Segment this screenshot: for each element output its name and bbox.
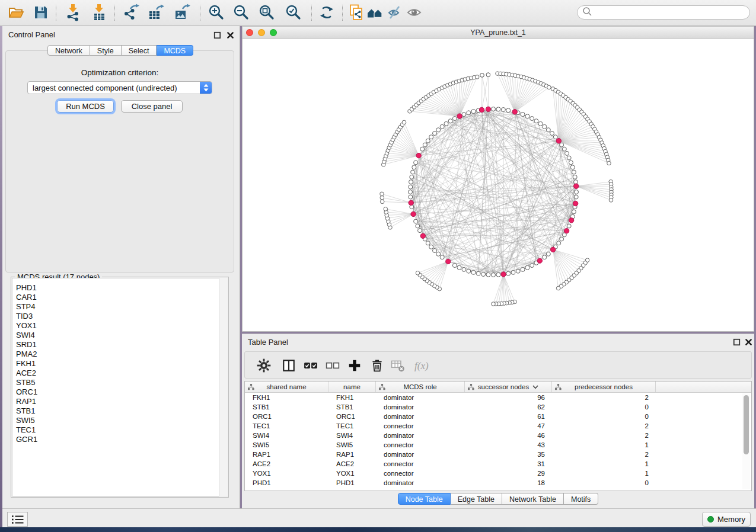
table-row[interactable]: TEC1TEC1connector472: [245, 421, 751, 431]
mcds-result-item[interactable]: RAP1: [16, 397, 227, 406]
network-graph-canvas[interactable]: [242, 39, 754, 332]
save-session-icon[interactable]: [32, 4, 50, 21]
table-cell[interactable]: 2: [552, 432, 656, 439]
tab-style[interactable]: Style: [90, 45, 122, 56]
table-cell[interactable]: YOX1: [245, 470, 328, 477]
table-cell[interactable]: 46: [465, 432, 552, 439]
table-row[interactable]: SWI5SWI5connector431: [245, 440, 751, 450]
mcds-result-item[interactable]: SWI5: [16, 416, 227, 425]
zoom-fit-icon[interactable]: [258, 4, 276, 21]
table-cell[interactable]: 43: [465, 441, 552, 448]
tab-mcds[interactable]: MCDS: [157, 45, 193, 56]
tab-select[interactable]: Select: [122, 45, 157, 56]
table-cell[interactable]: ORC1: [245, 413, 328, 420]
table-cell[interactable]: 35: [465, 451, 552, 458]
close-panel-button[interactable]: Close panel: [121, 100, 183, 113]
memory-button[interactable]: Memory: [702, 512, 751, 527]
table-cell[interactable]: SWI5: [328, 441, 376, 448]
tab-edge-table[interactable]: Edge Table: [451, 493, 502, 505]
refresh-view-icon[interactable]: [318, 4, 336, 21]
table-cell[interactable]: 2: [552, 394, 656, 401]
column-header-shared-name[interactable]: shared name: [245, 382, 328, 392]
optimization-criterion-select[interactable]: largest connected component (undirected): [27, 81, 212, 94]
new-network-from-selection-icon[interactable]: [347, 4, 365, 21]
function-builder-fx-icon[interactable]: f(x): [413, 358, 437, 373]
mcds-result-item[interactable]: SRD1: [16, 340, 227, 350]
table-cell[interactable]: SWI4: [245, 432, 328, 439]
search-input[interactable]: [595, 8, 745, 17]
select-all-icon[interactable]: [304, 358, 318, 373]
unselect-all-icon[interactable]: [326, 358, 340, 373]
table-cell[interactable]: 18: [465, 479, 552, 486]
table-row[interactable]: ORC1ORC1dominator610: [245, 412, 751, 421]
mcds-result-item[interactable]: ORC1: [16, 387, 227, 397]
table-cell[interactable]: dominator: [376, 394, 465, 401]
table-cell[interactable]: 0: [552, 413, 656, 420]
mcds-result-item[interactable]: ACE2: [16, 368, 227, 378]
zoom-out-icon[interactable]: [232, 4, 250, 21]
table-cell[interactable]: 61: [465, 413, 552, 420]
mcds-result-item[interactable]: SWI4: [16, 331, 227, 340]
table-cell[interactable]: dominator: [376, 432, 465, 439]
mcds-result-item[interactable]: PHD1: [16, 283, 227, 293]
table-row[interactable]: YOX1YOX1connector291: [245, 469, 751, 478]
mcds-result-item[interactable]: STB1: [16, 406, 227, 416]
open-file-icon[interactable]: [7, 4, 25, 21]
table-cell[interactable]: dominator: [376, 403, 465, 411]
float-panel-icon[interactable]: [213, 31, 221, 39]
table-scrollbar[interactable]: [742, 393, 750, 489]
table-cell[interactable]: ACE2: [328, 460, 376, 467]
table-cell[interactable]: connector: [376, 422, 465, 430]
table-cell[interactable]: 47: [465, 422, 552, 430]
table-cell[interactable]: 1: [552, 470, 656, 477]
mcds-result-item[interactable]: CAR1: [16, 293, 227, 302]
export-network-icon[interactable]: [122, 4, 140, 21]
delete-table-icon[interactable]: [391, 358, 405, 373]
column-header-mcds-role[interactable]: MCDS role: [376, 382, 465, 392]
table-cell[interactable]: SWI5: [245, 441, 328, 448]
table-cell[interactable]: SWI4: [328, 432, 376, 439]
mcds-result-item[interactable]: STP4: [16, 302, 227, 312]
mcds-result-item[interactable]: TID3: [16, 312, 227, 321]
table-cell[interactable]: ORC1: [328, 413, 376, 420]
table-cell[interactable]: FKH1: [245, 394, 328, 401]
table-settings-icon[interactable]: [257, 358, 271, 373]
column-header-predecessor-nodes[interactable]: predecessor nodes: [552, 382, 656, 392]
mcds-result-item[interactable]: GCR1: [16, 435, 227, 444]
zoom-in-icon[interactable]: [208, 4, 225, 21]
mcds-list-scrollbar[interactable]: [219, 278, 228, 496]
import-table-icon[interactable]: [90, 4, 108, 21]
table-cell[interactable]: 2: [552, 451, 656, 458]
export-table-icon[interactable]: [147, 4, 165, 21]
table-row[interactable]: FKH1FKH1dominator962: [245, 393, 751, 402]
mcds-result-item[interactable]: TEC1: [16, 425, 227, 435]
tab-node-table[interactable]: Node Table: [398, 493, 451, 505]
tab-motifs[interactable]: Motifs: [564, 493, 598, 505]
mcds-result-item[interactable]: PMA2: [16, 350, 227, 359]
close-panel-icon[interactable]: [227, 31, 234, 39]
add-column-icon[interactable]: [347, 358, 362, 373]
table-cell[interactable]: 96: [465, 394, 552, 401]
close-table-panel-icon[interactable]: [745, 338, 752, 345]
table-cell[interactable]: connector: [376, 470, 465, 477]
import-network-icon[interactable]: [64, 4, 82, 21]
table-cell[interactable]: 62: [465, 403, 552, 411]
delete-column-icon[interactable]: [370, 358, 384, 373]
tab-network[interactable]: Network: [47, 45, 90, 56]
table-cell[interactable]: FKH1: [328, 394, 376, 401]
table-cell[interactable]: dominator: [376, 413, 465, 420]
table-cell[interactable]: STB1: [245, 403, 328, 411]
export-image-icon[interactable]: [173, 4, 191, 21]
table-row[interactable]: SWI4SWI4dominator462: [245, 431, 751, 440]
table-row[interactable]: PHD1PHD1dominator180: [245, 478, 751, 488]
column-header-successor-nodes[interactable]: successor nodes: [465, 382, 552, 392]
table-cell[interactable]: ACE2: [245, 460, 328, 467]
table-cell[interactable]: 29: [465, 470, 552, 477]
table-cell[interactable]: 0: [552, 479, 656, 486]
table-cell[interactable]: TEC1: [328, 422, 376, 430]
hide-selected-icon[interactable]: [387, 4, 404, 21]
table-cell[interactable]: RAP1: [245, 451, 328, 458]
table-cell[interactable]: 0: [552, 403, 656, 411]
table-cell[interactable]: connector: [376, 441, 465, 448]
table-cell[interactable]: connector: [376, 460, 465, 467]
